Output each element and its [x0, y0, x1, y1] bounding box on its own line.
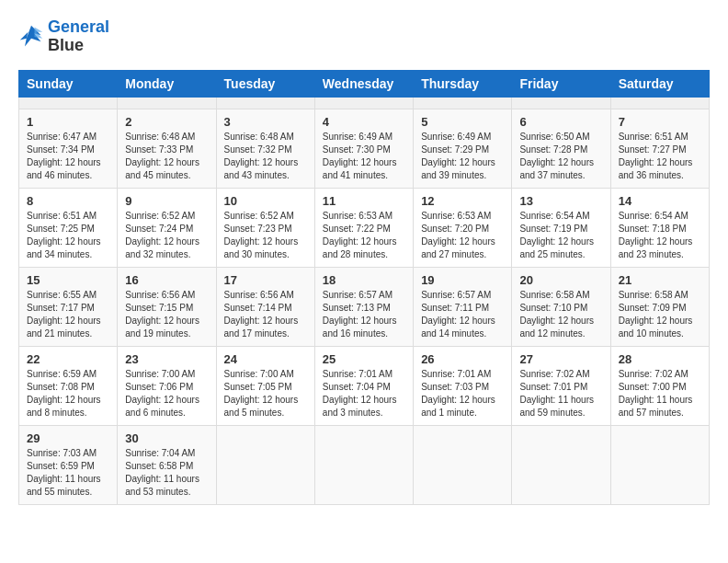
sunrise-text: Sunrise: 6:47 AM	[27, 131, 109, 144]
calendar-day-cell: 20 Sunrise: 6:58 AM Sunset: 7:10 PM Dayl…	[512, 267, 610, 346]
daylight-text: Daylight: 12 hours and 32 minutes.	[125, 236, 208, 261]
day-info: Sunrise: 6:52 AM Sunset: 7:24 PM Dayligh…	[125, 210, 208, 261]
daylight-text: Daylight: 12 hours and 21 minutes.	[27, 315, 109, 340]
sunrise-text: Sunrise: 6:48 AM	[125, 131, 208, 144]
sunrise-text: Sunrise: 6:51 AM	[27, 210, 109, 223]
day-number: 13	[519, 194, 602, 208]
sunset-text: Sunset: 7:29 PM	[421, 144, 504, 156]
sunrise-text: Sunrise: 7:01 AM	[421, 368, 504, 381]
calendar-day-cell	[414, 97, 512, 109]
day-info: Sunrise: 6:58 AM Sunset: 7:09 PM Dayligh…	[619, 289, 701, 340]
calendar-day-cell	[314, 425, 413, 504]
day-number: 4	[323, 115, 405, 129]
day-info: Sunrise: 6:48 AM Sunset: 7:32 PM Dayligh…	[224, 131, 307, 182]
calendar-day-cell: 24 Sunrise: 7:00 AM Sunset: 7:05 PM Dayl…	[216, 346, 314, 425]
calendar-day-cell: 13 Sunrise: 6:54 AM Sunset: 7:19 PM Dayl…	[512, 188, 610, 267]
daylight-text: Daylight: 11 hours and 55 minutes.	[27, 473, 109, 499]
logo-text: GeneralBlue	[48, 18, 109, 55]
day-number: 2	[125, 115, 208, 129]
weekday-header-sunday: Sunday	[19, 70, 118, 97]
day-number: 27	[519, 352, 602, 366]
day-info: Sunrise: 6:57 AM Sunset: 7:11 PM Dayligh…	[421, 289, 504, 340]
daylight-text: Daylight: 12 hours and 3 minutes.	[323, 394, 405, 419]
sunrise-text: Sunrise: 7:00 AM	[224, 368, 307, 381]
daylight-text: Daylight: 12 hours and 45 minutes.	[125, 156, 208, 182]
sunset-text: Sunset: 7:34 PM	[27, 144, 109, 156]
calendar-day-cell: 23 Sunrise: 7:00 AM Sunset: 7:06 PM Dayl…	[118, 346, 216, 425]
day-info: Sunrise: 6:47 AM Sunset: 7:34 PM Dayligh…	[27, 131, 109, 182]
sunrise-text: Sunrise: 6:59 AM	[27, 368, 109, 381]
sunrise-text: Sunrise: 7:02 AM	[519, 368, 602, 381]
sunset-text: Sunset: 7:06 PM	[125, 381, 208, 394]
daylight-text: Daylight: 11 hours and 57 minutes.	[619, 394, 701, 419]
page-header: GeneralBlue	[18, 18, 710, 55]
sunset-text: Sunset: 7:15 PM	[125, 302, 208, 315]
sunrise-text: Sunrise: 6:52 AM	[224, 210, 307, 223]
calendar-day-cell: 25 Sunrise: 7:01 AM Sunset: 7:04 PM Dayl…	[314, 346, 413, 425]
day-info: Sunrise: 6:50 AM Sunset: 7:28 PM Dayligh…	[519, 131, 602, 182]
calendar-day-cell: 7 Sunrise: 6:51 AM Sunset: 7:27 PM Dayli…	[610, 109, 709, 188]
day-info: Sunrise: 7:03 AM Sunset: 6:59 PM Dayligh…	[27, 447, 109, 499]
day-number: 18	[323, 273, 405, 287]
calendar-day-cell: 8 Sunrise: 6:51 AM Sunset: 7:25 PM Dayli…	[19, 188, 118, 267]
day-info: Sunrise: 7:01 AM Sunset: 7:03 PM Dayligh…	[421, 368, 504, 419]
day-info: Sunrise: 6:52 AM Sunset: 7:23 PM Dayligh…	[224, 210, 307, 261]
day-info: Sunrise: 6:56 AM Sunset: 7:14 PM Dayligh…	[224, 289, 307, 340]
daylight-text: Daylight: 12 hours and 25 minutes.	[519, 236, 602, 261]
day-number: 6	[519, 115, 602, 129]
sunrise-text: Sunrise: 6:57 AM	[323, 289, 405, 302]
daylight-text: Daylight: 12 hours and 34 minutes.	[27, 236, 109, 261]
calendar-day-cell: 19 Sunrise: 6:57 AM Sunset: 7:11 PM Dayl…	[414, 267, 512, 346]
sunrise-text: Sunrise: 7:04 AM	[125, 447, 208, 460]
calendar-day-cell: 12 Sunrise: 6:53 AM Sunset: 7:20 PM Dayl…	[414, 188, 512, 267]
day-info: Sunrise: 6:49 AM Sunset: 7:29 PM Dayligh…	[421, 131, 504, 182]
weekday-header-monday: Monday	[118, 70, 216, 97]
sunset-text: Sunset: 7:30 PM	[323, 144, 405, 156]
daylight-text: Daylight: 12 hours and 23 minutes.	[619, 236, 701, 261]
calendar-day-cell	[216, 425, 314, 504]
day-info: Sunrise: 6:54 AM Sunset: 7:19 PM Dayligh…	[519, 210, 602, 261]
weekday-header-wednesday: Wednesday	[314, 70, 413, 97]
calendar-table: SundayMondayTuesdayWednesdayThursdayFrid…	[18, 70, 710, 505]
calendar-day-cell: 3 Sunrise: 6:48 AM Sunset: 7:32 PM Dayli…	[216, 109, 314, 188]
day-info: Sunrise: 7:00 AM Sunset: 7:05 PM Dayligh…	[224, 368, 307, 419]
day-number: 25	[323, 352, 405, 366]
calendar-day-cell: 14 Sunrise: 6:54 AM Sunset: 7:18 PM Dayl…	[610, 188, 709, 267]
calendar-week-row	[19, 97, 710, 109]
daylight-text: Daylight: 12 hours and 28 minutes.	[323, 236, 405, 261]
day-number: 28	[619, 352, 701, 366]
day-number: 11	[323, 194, 405, 208]
sunrise-text: Sunrise: 7:00 AM	[125, 368, 208, 381]
daylight-text: Daylight: 12 hours and 17 minutes.	[224, 315, 307, 340]
weekday-header-thursday: Thursday	[414, 70, 512, 97]
calendar-day-cell	[314, 97, 413, 109]
calendar-day-cell: 11 Sunrise: 6:53 AM Sunset: 7:22 PM Dayl…	[314, 188, 413, 267]
calendar-day-cell	[118, 97, 216, 109]
sunset-text: Sunset: 7:17 PM	[27, 302, 109, 315]
day-number: 23	[125, 352, 208, 366]
logo: GeneralBlue	[18, 18, 109, 55]
daylight-text: Daylight: 12 hours and 14 minutes.	[421, 315, 504, 340]
sunrise-text: Sunrise: 7:03 AM	[27, 447, 109, 460]
sunrise-text: Sunrise: 6:49 AM	[323, 131, 405, 144]
weekday-header-saturday: Saturday	[610, 70, 709, 97]
sunrise-text: Sunrise: 6:52 AM	[125, 210, 208, 223]
sunset-text: Sunset: 7:03 PM	[421, 381, 504, 394]
sunset-text: Sunset: 7:19 PM	[519, 223, 602, 236]
day-info: Sunrise: 6:49 AM Sunset: 7:30 PM Dayligh…	[323, 131, 405, 182]
sunset-text: Sunset: 7:10 PM	[519, 302, 602, 315]
calendar-day-cell: 21 Sunrise: 6:58 AM Sunset: 7:09 PM Dayl…	[610, 267, 709, 346]
day-number: 15	[27, 273, 109, 287]
sunset-text: Sunset: 7:22 PM	[323, 223, 405, 236]
day-info: Sunrise: 6:57 AM Sunset: 7:13 PM Dayligh…	[323, 289, 405, 340]
daylight-text: Daylight: 12 hours and 43 minutes.	[224, 156, 307, 182]
calendar-day-cell: 27 Sunrise: 7:02 AM Sunset: 7:01 PM Dayl…	[512, 346, 610, 425]
day-number: 12	[421, 194, 504, 208]
sunset-text: Sunset: 7:09 PM	[619, 302, 701, 315]
calendar-day-cell	[414, 425, 512, 504]
sunset-text: Sunset: 7:28 PM	[519, 144, 602, 156]
daylight-text: Daylight: 12 hours and 46 minutes.	[27, 156, 109, 182]
daylight-text: Daylight: 12 hours and 8 minutes.	[27, 394, 109, 419]
day-info: Sunrise: 6:53 AM Sunset: 7:22 PM Dayligh…	[323, 210, 405, 261]
sunset-text: Sunset: 7:24 PM	[125, 223, 208, 236]
